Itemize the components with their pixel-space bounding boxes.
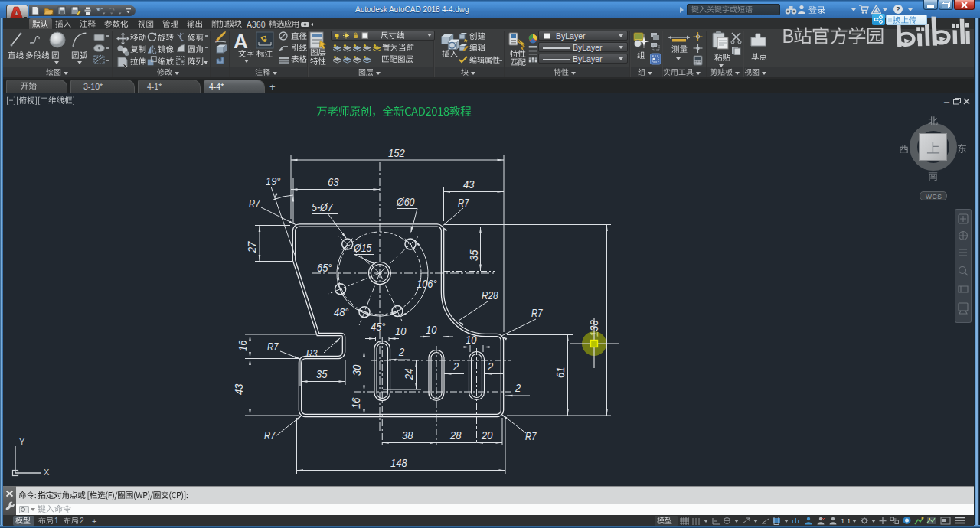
svg-text:48°: 48° xyxy=(334,305,348,318)
svg-text:R7: R7 xyxy=(458,196,469,209)
svg-text:28: 28 xyxy=(449,429,462,442)
svg-text:43: 43 xyxy=(232,383,245,395)
svg-text:R7: R7 xyxy=(531,306,543,319)
svg-text:Ø60: Ø60 xyxy=(396,195,415,208)
svg-text:R7: R7 xyxy=(249,197,260,210)
svg-text:R7: R7 xyxy=(267,340,279,353)
svg-text:19°: 19° xyxy=(266,174,280,187)
svg-text:5-Ø7: 5-Ø7 xyxy=(312,200,333,213)
svg-text:45°: 45° xyxy=(371,320,385,333)
svg-text:38: 38 xyxy=(402,429,413,442)
svg-text:35: 35 xyxy=(316,367,328,380)
svg-text:R3: R3 xyxy=(306,347,318,360)
svg-text:16: 16 xyxy=(349,397,362,409)
svg-text:R7: R7 xyxy=(525,429,537,442)
svg-text:16: 16 xyxy=(236,340,249,351)
svg-text:10: 10 xyxy=(466,333,477,346)
svg-text:10: 10 xyxy=(395,324,407,337)
svg-text:148: 148 xyxy=(390,456,407,469)
svg-text:R7: R7 xyxy=(264,429,276,442)
svg-text:2: 2 xyxy=(398,345,405,358)
svg-text:10: 10 xyxy=(426,323,437,336)
svg-text:65°: 65° xyxy=(317,261,332,274)
svg-text:R28: R28 xyxy=(482,288,498,301)
svg-text:2: 2 xyxy=(514,381,521,394)
svg-text:X: X xyxy=(44,468,50,477)
svg-text:Y: Y xyxy=(19,437,25,446)
svg-text:152: 152 xyxy=(388,146,405,159)
svg-text:?: ? xyxy=(896,5,900,13)
svg-text:Ø15: Ø15 xyxy=(353,241,372,254)
svg-text:61: 61 xyxy=(554,367,567,378)
svg-text:106°: 106° xyxy=(416,277,437,290)
svg-text:63: 63 xyxy=(328,175,339,188)
svg-text:20: 20 xyxy=(481,429,493,442)
svg-text:24: 24 xyxy=(402,369,415,380)
svg-text:2: 2 xyxy=(487,360,494,373)
svg-text:35: 35 xyxy=(467,249,480,261)
svg-text:30: 30 xyxy=(350,364,363,376)
svg-text:27: 27 xyxy=(245,241,258,253)
svg-text:43: 43 xyxy=(463,178,475,191)
svg-text:2: 2 xyxy=(452,360,459,373)
